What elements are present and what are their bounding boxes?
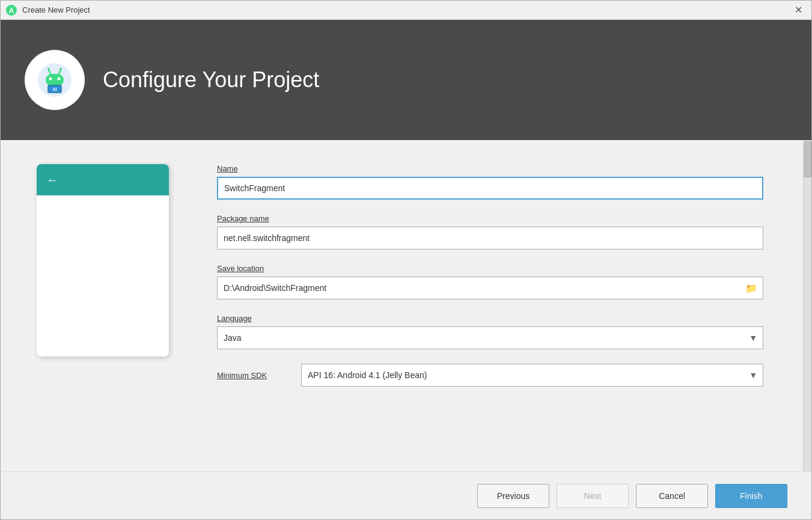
next-button: Next [557, 484, 629, 508]
svg-text:A: A [9, 7, 14, 15]
phone-content-area [37, 195, 169, 356]
content-panel: ← Name Package name [1, 140, 811, 471]
language-select[interactable]: Java Kotlin [217, 326, 763, 349]
app-icon: A [5, 4, 17, 16]
title-bar-text: Create New Project [22, 5, 790, 14]
minimum-sdk-select[interactable]: API 16: Android 4.1 (Jelly Bean) API 21:… [301, 364, 763, 387]
minimum-sdk-row: Minimum SDK API 16: Android 4.1 (Jelly B… [217, 364, 763, 387]
language-field-group: Language Java Kotlin ▼ [217, 314, 763, 349]
create-project-window: A Create New Project ✕ [0, 0, 812, 520]
android-studio-icon: AI [35, 61, 75, 100]
svg-point-8 [47, 68, 50, 70]
previous-button[interactable]: Previous [477, 484, 549, 508]
main-content-area: ← Name Package name [1, 140, 811, 471]
svg-point-4 [49, 77, 52, 80]
svg-text:AI: AI [52, 87, 56, 91]
save-location-label: Save location [217, 264, 763, 273]
dialog-footer: Previous Next Cancel Finish [1, 471, 811, 519]
header-title: Configure Your Project [103, 67, 319, 93]
folder-browse-icon[interactable]: 📁 [745, 283, 757, 294]
save-location-field-group: Save location 📁 [217, 264, 763, 299]
minimum-sdk-label: Minimum SDK [217, 371, 289, 380]
svg-rect-3 [46, 74, 64, 86]
name-field-group: Name [217, 164, 763, 200]
minimum-sdk-select-container: API 16: Android 4.1 (Jelly Bean) API 21:… [301, 364, 763, 387]
svg-point-5 [57, 77, 60, 80]
back-arrow-icon: ← [46, 173, 58, 187]
phone-toolbar: ← [37, 164, 169, 195]
phone-preview: ← [37, 164, 169, 356]
language-label: Language [217, 314, 763, 323]
language-select-container: Java Kotlin ▼ [217, 326, 763, 349]
title-bar: A Create New Project ✕ [1, 1, 811, 20]
save-location-input[interactable] [217, 277, 763, 299]
finish-button[interactable]: Finish [715, 484, 787, 508]
package-name-field-group: Package name [217, 214, 763, 249]
dialog-header: AI Configure Your Project [1, 20, 811, 140]
close-button[interactable]: ✕ [790, 2, 807, 19]
package-name-input[interactable] [217, 227, 763, 249]
vertical-scrollbar[interactable] [803, 140, 811, 471]
name-input[interactable] [217, 177, 763, 200]
scrollbar-thumb[interactable] [804, 141, 811, 177]
svg-point-9 [60, 68, 62, 70]
save-location-container: 📁 [217, 277, 763, 299]
form-panel: Name Package name Save location [217, 164, 775, 447]
name-label: Name [217, 164, 763, 173]
preview-panel: ← [37, 164, 181, 447]
cancel-button[interactable]: Cancel [636, 484, 708, 508]
package-name-label: Package name [217, 214, 763, 223]
header-icon-container: AI [25, 50, 85, 110]
